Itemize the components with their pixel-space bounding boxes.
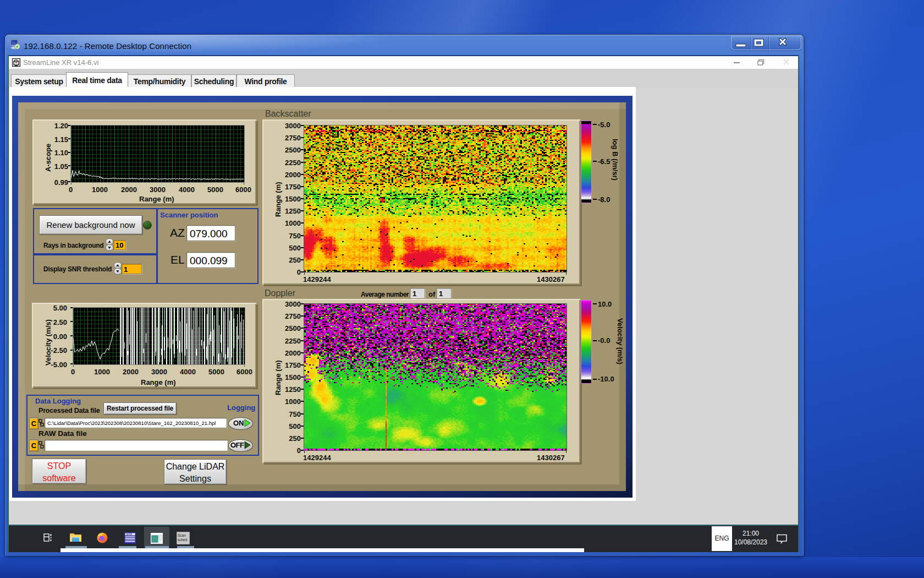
svg-text:VETER: VETER bbox=[126, 533, 133, 536]
svg-text:sched: sched bbox=[178, 538, 188, 542]
svg-text:Scan: Scan bbox=[178, 533, 186, 537]
